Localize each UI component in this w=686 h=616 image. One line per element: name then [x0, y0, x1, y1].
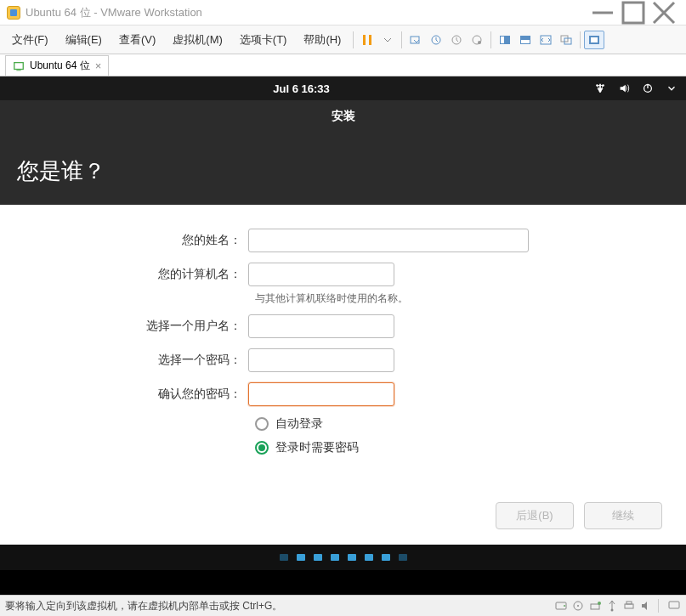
vm-tab-icon [13, 60, 25, 72]
divider [401, 31, 402, 48]
svg-point-10 [478, 41, 481, 44]
disk-icon[interactable] [554, 599, 568, 613]
menu-vm[interactable]: 虚拟机(M) [164, 29, 231, 51]
confirm-label: 确认您的密码： [51, 387, 248, 402]
svg-rect-34 [625, 604, 633, 608]
dot [382, 554, 390, 561]
computer-input[interactable] [248, 263, 394, 286]
printer-icon[interactable] [622, 599, 636, 613]
name-input[interactable] [248, 229, 529, 252]
dropdown-icon[interactable] [377, 31, 398, 49]
dot [365, 554, 373, 561]
svg-point-28 [564, 605, 565, 607]
auto-login-label: 自动登录 [275, 416, 323, 432]
nav-buttons: 后退(B) 继续 [496, 502, 662, 529]
dot [297, 554, 305, 561]
dot [348, 554, 356, 561]
cd-icon[interactable] [571, 599, 585, 613]
username-input[interactable] [248, 314, 394, 338]
require-password-radio[interactable]: 登录时需要密码 [255, 440, 635, 455]
menu-file[interactable]: 文件(F) [3, 29, 57, 51]
divider [353, 31, 354, 48]
volume-icon[interactable] [618, 82, 630, 94]
snapshot-icon[interactable] [426, 31, 446, 49]
vm-viewport[interactable]: Jul 6 16:33 安装 您是谁？ 您的姓名： 您的计算机名： 与其他计算机… [0, 76, 686, 595]
auto-login-radio[interactable]: 自动登录 [255, 416, 635, 432]
confirm-password-input[interactable] [248, 382, 394, 406]
datetime-label: Jul 6 16:33 [273, 82, 330, 95]
statusbar: 要将输入定向到该虚拟机，请在虚拟机内部单击或按 Ctrl+G。 [0, 595, 686, 616]
titlebar: Ubuntu 64 位 - VMware Workstation [0, 0, 686, 25]
sound-status-icon[interactable] [639, 599, 653, 613]
svg-rect-5 [369, 35, 371, 45]
name-label: 您的姓名： [51, 233, 248, 248]
fit-guest-icon[interactable] [495, 31, 515, 49]
system-tray[interactable] [594, 82, 677, 94]
svg-rect-14 [521, 40, 530, 43]
password-label: 选择一个密码： [51, 353, 248, 368]
fullscreen-icon[interactable] [584, 31, 604, 49]
svg-rect-4 [363, 35, 366, 45]
menu-help[interactable]: 帮助(H) [295, 29, 349, 51]
svg-rect-31 [591, 604, 599, 609]
window-title: Ubuntu 64 位 - VMware Workstation [26, 5, 587, 20]
username-label: 选择一个用户名： [51, 319, 248, 334]
computer-label: 您的计算机名： [51, 267, 248, 282]
power-icon[interactable] [642, 82, 654, 94]
network-status-icon[interactable] [588, 599, 602, 613]
installer-title: 安装 [0, 100, 686, 133]
require-password-label: 登录时需要密码 [275, 440, 359, 455]
svg-point-30 [577, 605, 579, 607]
form-panel: 您的姓名： 您的计算机名： 与其他计算机联络时使用的名称。 选择一个用户名： 选… [0, 205, 686, 545]
password-input[interactable] [248, 348, 394, 372]
usb-icon[interactable] [605, 599, 619, 613]
svg-rect-36 [669, 602, 679, 608]
svg-rect-20 [14, 62, 24, 69]
back-button[interactable]: 后退(B) [496, 502, 574, 529]
snapshot-revert-icon[interactable] [467, 31, 487, 49]
close-button[interactable] [649, 3, 679, 23]
dot [314, 554, 322, 561]
window-controls [587, 3, 679, 23]
fit-window-icon[interactable] [515, 31, 536, 49]
vm-tab-label: Ubuntu 64 位 [30, 59, 90, 73]
stretch-icon[interactable] [536, 31, 556, 49]
minimize-button[interactable] [587, 3, 618, 23]
menu-view[interactable]: 查看(V) [111, 29, 164, 51]
continue-button[interactable]: 继续 [584, 502, 662, 529]
svg-rect-6 [411, 37, 419, 43]
dot [399, 554, 407, 561]
ubuntu-topbar: Jul 6 16:33 [0, 76, 686, 100]
vm-tab[interactable]: Ubuntu 64 位 × [5, 55, 109, 76]
pause-icon[interactable] [357, 31, 377, 49]
maximize-button[interactable] [618, 3, 649, 23]
menu-tabs[interactable]: 选项卡(T) [231, 29, 296, 51]
vmware-app-icon [7, 6, 20, 20]
tabbar: Ubuntu 64 位 × [0, 54, 686, 76]
message-icon[interactable] [667, 599, 681, 613]
svg-rect-15 [541, 36, 551, 44]
svg-rect-12 [501, 37, 504, 43]
divider [490, 31, 491, 48]
svg-rect-35 [626, 602, 632, 604]
radio-on-icon [255, 441, 269, 455]
chevron-down-icon[interactable] [666, 82, 677, 94]
progress-dots [0, 545, 686, 570]
installer-window: 安装 您是谁？ 您的姓名： 您的计算机名： 与其他计算机联络时使用的名称。 选择… [0, 100, 686, 570]
divider [658, 599, 659, 613]
svg-rect-19 [591, 37, 598, 42]
status-message: 要将输入定向到该虚拟机，请在虚拟机内部单击或按 Ctrl+G。 [5, 599, 282, 613]
snapshot-manage-icon[interactable] [446, 31, 467, 49]
radio-off-icon [255, 417, 269, 431]
unity-icon[interactable] [556, 31, 576, 49]
tab-close-icon[interactable]: × [95, 59, 102, 72]
menubar: 文件(F) 编辑(E) 查看(V) 虚拟机(M) 选项卡(T) 帮助(H) [0, 25, 686, 54]
computer-hint: 与其他计算机联络时使用的名称。 [255, 291, 635, 306]
menu-edit[interactable]: 编辑(E) [57, 29, 111, 51]
svg-rect-21 [16, 70, 20, 71]
svg-point-33 [611, 609, 614, 612]
dot [331, 554, 339, 561]
dot [280, 554, 288, 561]
send-keys-icon[interactable] [405, 31, 426, 49]
network-icon[interactable] [594, 82, 606, 94]
